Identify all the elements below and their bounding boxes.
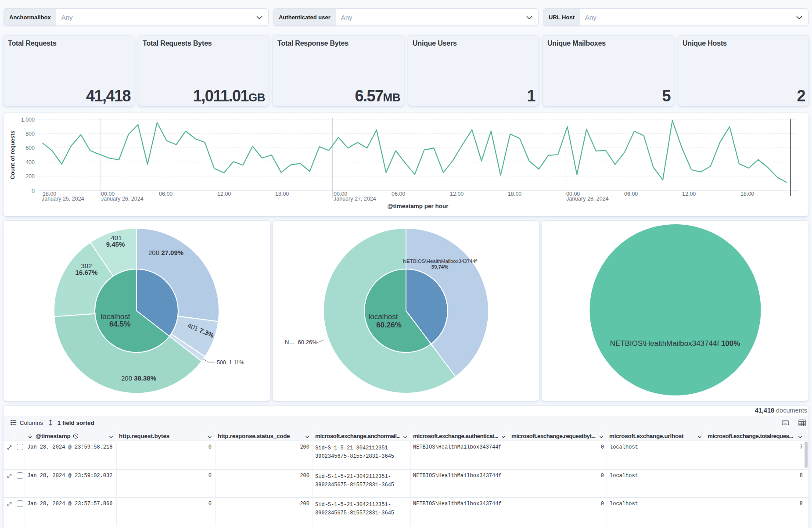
svg-text:@timestamp per hour: @timestamp per hour	[387, 203, 449, 209]
svg-text:64.5%: 64.5%	[109, 320, 130, 328]
svg-text:200: 200	[25, 173, 35, 180]
svg-text:18:00: 18:00	[740, 191, 754, 197]
svg-text:12:00: 12:00	[217, 191, 231, 197]
svg-text:06:00: 06:00	[159, 191, 172, 197]
svg-text:12:00: 12:00	[450, 191, 463, 197]
svg-text:200 38.38%: 200 38.38%	[121, 374, 156, 382]
svg-text:18:00: 18:00	[508, 191, 521, 197]
svg-text:NETBIOS\HealthMailbox343744f 1: NETBIOS\HealthMailbox343744f 100%	[610, 339, 740, 348]
svg-text:Count of requests: Count of requests	[9, 130, 16, 179]
svg-text:06:00: 06:00	[624, 191, 638, 197]
svg-text:January 26, 2024: January 26, 2024	[101, 196, 144, 202]
svg-text:January 25, 2024: January 25, 2024	[42, 196, 84, 202]
svg-text:9.45%: 9.45%	[106, 241, 125, 248]
svg-text:39.74%: 39.74%	[431, 264, 448, 269]
svg-text:600: 600	[25, 145, 35, 151]
svg-text:localhost: localhost	[368, 312, 398, 321]
svg-text:January 27, 2024: January 27, 2024	[334, 196, 376, 202]
svg-text:12:00: 12:00	[682, 191, 696, 197]
svg-text:400: 400	[25, 159, 35, 165]
svg-text:1,000: 1,000	[21, 117, 35, 123]
svg-text:N… 60.26%: N… 60.26%	[285, 339, 317, 345]
svg-text:NETBIOS\HealthMailbox343744f: NETBIOS\HealthMailbox343744f	[403, 259, 477, 264]
svg-text:16.67%: 16.67%	[75, 269, 98, 276]
svg-text:0: 0	[32, 188, 35, 194]
svg-text:06:00: 06:00	[392, 191, 405, 197]
svg-text:60.26%: 60.26%	[376, 321, 402, 329]
svg-text:18:00: 18:00	[275, 191, 289, 197]
svg-text:January 28, 2024: January 28, 2024	[566, 196, 609, 202]
svg-text:500 1.11%: 500 1.11%	[217, 359, 244, 366]
svg-text:800: 800	[25, 131, 35, 137]
svg-text:200 27.09%: 200 27.09%	[148, 249, 183, 256]
